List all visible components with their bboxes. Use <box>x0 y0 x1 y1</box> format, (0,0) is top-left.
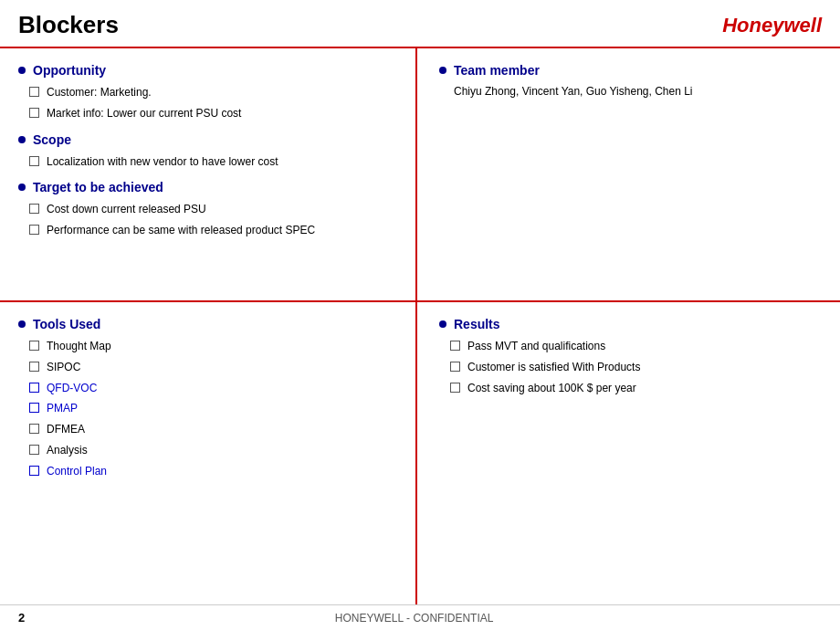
item-text: Control Plan <box>47 464 107 479</box>
page-title: Blockers <box>18 11 119 39</box>
target-list: Cost down current released PSU Performan… <box>29 202 397 238</box>
footer-confidential-label: HONEYWELL - CONFIDENTIAL <box>335 612 494 625</box>
item-text: Pass MVT and qualifications <box>467 339 605 354</box>
list-item: Pass MVT and qualifications <box>450 339 818 354</box>
checkbox-icon <box>29 362 39 372</box>
opportunity-list: Customer: Marketing. Market info: Lower … <box>29 85 397 121</box>
checkbox-icon <box>29 87 39 97</box>
checkbox-icon <box>29 403 39 413</box>
results-heading: Results <box>439 317 818 331</box>
item-text: Customer: Marketing. <box>47 85 152 100</box>
bullet-icon <box>18 67 26 74</box>
scope-list: Localization with new vendor to have low… <box>29 154 397 170</box>
list-item: Performance can be same with released pr… <box>29 223 397 238</box>
list-item: DFMEA <box>29 422 397 437</box>
item-text: Localization with new vendor to have low… <box>47 154 278 170</box>
header: Blockers Honeywell <box>0 0 840 48</box>
list-item: QFD-VOC <box>29 381 397 396</box>
checkbox-icon <box>29 225 39 235</box>
target-heading-text: Target to be achieved <box>33 180 163 194</box>
list-item: Market info: Lower our current PSU cost <box>29 106 397 121</box>
item-text: Cost down current released PSU <box>47 202 206 217</box>
team-members-list: Chiyu Zhong, Vincent Yan, Guo Yisheng, C… <box>454 85 818 98</box>
top-left-panel: Opportunity Customer: Marketing. Market … <box>0 48 417 300</box>
page: Blockers Honeywell Opportunity Customer: <box>0 0 840 630</box>
item-text: Performance can be same with released pr… <box>47 223 315 238</box>
list-item: Thought Map <box>29 339 397 354</box>
bullet-icon <box>18 184 26 191</box>
list-item: SIPOC <box>29 360 397 375</box>
list-item: Analysis <box>29 443 397 458</box>
top-right-panel: Team member Chiyu Zhong, Vincent Yan, Gu… <box>417 48 840 300</box>
scope-section: Scope Localization with new vendor to ha… <box>18 132 397 170</box>
target-heading: Target to be achieved <box>18 180 397 194</box>
checkbox-icon <box>29 204 39 214</box>
item-text: Cost saving about 100K $ per year <box>467 381 636 396</box>
opportunity-heading-text: Opportunity <box>33 63 106 78</box>
checkbox-icon <box>450 362 460 372</box>
checkbox-icon <box>29 156 39 166</box>
scope-heading: Scope <box>18 132 397 147</box>
tools-heading: Tools Used <box>18 317 397 331</box>
scope-heading-text: Scope <box>33 132 71 147</box>
item-text: DFMEA <box>47 422 85 437</box>
item-text: Customer is satisfied With Products <box>467 360 640 375</box>
opportunity-section: Opportunity Customer: Marketing. Market … <box>18 63 397 121</box>
bullet-icon <box>439 320 446 328</box>
results-list: Pass MVT and qualifications Customer is … <box>450 339 818 395</box>
bullet-icon <box>18 136 26 143</box>
checkbox-icon <box>29 108 39 118</box>
bullet-icon <box>18 320 26 328</box>
checkbox-icon <box>29 445 39 455</box>
checkbox-icon <box>450 341 460 351</box>
list-item: Cost down current released PSU <box>29 202 397 217</box>
main-content: Opportunity Customer: Marketing. Market … <box>0 48 840 604</box>
top-row: Opportunity Customer: Marketing. Market … <box>0 48 840 302</box>
list-item: Control Plan <box>29 464 397 479</box>
list-item: Cost saving about 100K $ per year <box>450 381 818 396</box>
list-item: Customer: Marketing. <box>29 85 397 100</box>
team-member-heading-text: Team member <box>454 63 540 78</box>
tools-heading-text: Tools Used <box>33 317 100 331</box>
opportunity-heading: Opportunity <box>18 63 397 78</box>
item-text: SIPOC <box>47 360 80 375</box>
checkbox-icon <box>29 424 39 434</box>
checkbox-icon <box>29 383 39 393</box>
tools-list: Thought Map SIPOC QFD-VOC PMAP <box>29 339 397 479</box>
results-heading-text: Results <box>454 317 500 331</box>
bottom-row: Tools Used Thought Map SIPOC QFD-VOC <box>0 302 840 604</box>
honeywell-logo: Honeywell <box>722 14 822 37</box>
list-item: PMAP <box>29 401 397 416</box>
bottom-right-panel: Results Pass MVT and qualifications Cust… <box>417 302 840 604</box>
bottom-left-panel: Tools Used Thought Map SIPOC QFD-VOC <box>0 302 417 604</box>
item-text: Market info: Lower our current PSU cost <box>47 106 241 121</box>
list-item: Customer is satisfied With Products <box>450 360 818 375</box>
checkbox-icon <box>29 341 39 351</box>
bullet-icon <box>439 67 446 74</box>
item-text: QFD-VOC <box>47 381 97 396</box>
list-item: Localization with new vendor to have low… <box>29 154 397 170</box>
item-text: Analysis <box>47 443 88 458</box>
item-text: PMAP <box>47 401 78 416</box>
checkbox-icon <box>29 466 39 476</box>
page-number: 2 <box>18 611 25 625</box>
footer: 2 HONEYWELL - CONFIDENTIAL <box>0 604 840 630</box>
team-member-heading: Team member <box>439 63 818 78</box>
checkbox-icon <box>450 383 460 393</box>
target-section: Target to be achieved Cost down current … <box>18 180 397 238</box>
item-text: Thought Map <box>47 339 111 354</box>
